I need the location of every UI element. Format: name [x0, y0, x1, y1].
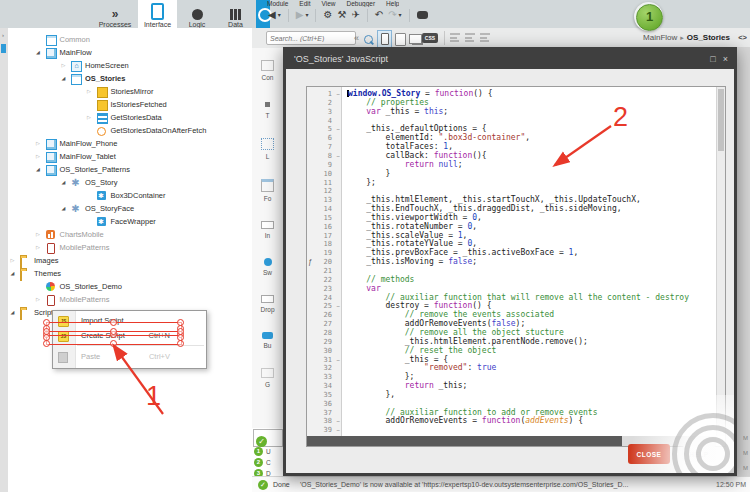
tree-item-storiesmirror[interactable]: ▷StoriesMirror — [8, 85, 252, 98]
collapsed-arrow-icon[interactable]: ▷ — [34, 137, 43, 150]
collapsed-arrow-icon[interactable]: ▷ — [34, 293, 43, 306]
settings-icon[interactable]: ⚙ — [323, 8, 332, 22]
tab-processes[interactable]: »Processes — [92, 0, 138, 30]
fold-toggle-icon[interactable]: − — [336, 90, 340, 99]
expanded-arrow-icon[interactable]: ◢ — [59, 202, 68, 215]
publish-icon[interactable]: ✈ — [351, 8, 359, 22]
tab-logic[interactable]: Logic — [177, 0, 217, 30]
toolbox-item-fo[interactable]: Fo — [252, 179, 283, 202]
fold-toggle-icon[interactable]: − — [336, 152, 340, 161]
undo-icon[interactable]: ↶ — [375, 8, 383, 22]
collapsed-arrow-icon[interactable]: ▷ — [34, 228, 43, 241]
forward-icon[interactable]: ▶ — [296, 8, 304, 22]
tree-item-chartsmobile[interactable]: ▷ChartsMobile — [8, 228, 252, 241]
breadcrumb-current[interactable]: OS_Stories — [687, 33, 730, 42]
fold-toggle-icon[interactable]: − — [336, 356, 340, 365]
search-input[interactable] — [266, 31, 356, 45]
toolbox-item-t[interactable]: T — [252, 100, 283, 119]
toolbox-item-in[interactable]: In — [252, 221, 283, 239]
tab-interface[interactable]: Interface — [138, 0, 177, 30]
menu-module[interactable]: Module — [267, 0, 288, 7]
tree-item-mobilepatterns[interactable]: ▷MobilePatterns — [8, 241, 252, 254]
expanded-arrow-icon[interactable]: ◢ — [34, 163, 43, 176]
tree-item-getstoriesdataonafterfetch[interactable]: GetStoriesDataOnAfterFetch — [8, 124, 252, 137]
fold-toggle-icon[interactable]: − — [336, 426, 340, 435]
toolbox-item-con[interactable]: Con — [252, 60, 283, 81]
tree-item-mainflow_tablet[interactable]: ▷MainFlow_Tablet — [8, 150, 252, 163]
tab-data[interactable]: Data — [217, 0, 254, 30]
preview-zoom-button[interactable] — [362, 31, 375, 47]
menu-view[interactable]: View — [322, 0, 336, 7]
expanded-arrow-icon[interactable]: ◢ — [8, 306, 17, 319]
collapsed-arrow-icon[interactable]: ▷ — [85, 85, 94, 98]
tree-item-homescreen[interactable]: ▷⌂HomeScreen — [8, 59, 252, 72]
help-button[interactable]: HELP — [682, 446, 716, 462]
tree-item-getstoriesdata[interactable]: ▷GetStoriesData — [8, 111, 252, 124]
publish-status-tab[interactable]: ✓ — [253, 429, 283, 447]
code-area[interactable]: window.OS_Story = function() { // proper… — [342, 87, 716, 436]
vertical-scrollbar-thumb[interactable] — [718, 89, 724, 151]
collapsed-arrow-icon[interactable]: ▷ — [34, 241, 43, 254]
tree-item-mainflow_phone[interactable]: ▷MainFlow_Phone — [8, 137, 252, 150]
menu-help[interactable]: Help — [386, 0, 399, 7]
fold-toggle-icon[interactable]: − — [336, 302, 340, 311]
toolbox-item-g[interactable]: G — [252, 368, 283, 388]
tree-item-themes[interactable]: ◢Themes — [8, 267, 252, 280]
tree-item-images[interactable]: ▷Images — [8, 254, 252, 267]
collapsed-arrow-icon[interactable]: ▷ — [59, 59, 68, 72]
code-editor[interactable]: 1−2345−678−91011121314151617181920ƒ21222… — [306, 86, 726, 447]
collapse-panel-icon[interactable]: « — [354, 32, 359, 44]
redo-icon[interactable]: ↷ — [388, 8, 396, 22]
expanded-arrow-icon[interactable]: ◢ — [34, 46, 43, 59]
tree-item-common[interactable]: Common — [8, 33, 252, 46]
expanded-arrow-icon[interactable]: ◢ — [59, 176, 68, 189]
list-icon — [261, 138, 274, 150]
step-number-icon: 1 — [254, 447, 263, 456]
toolbox-item-sw[interactable]: Sw — [252, 258, 283, 276]
align-center-icon[interactable] — [465, 33, 475, 42]
css-editor-button[interactable]: CSS — [422, 33, 438, 43]
fold-toggle-icon[interactable]: − — [336, 125, 340, 134]
breadcrumb-parent[interactable]: MainFlow — [643, 33, 677, 42]
tree-item-os_stories_patterns[interactable]: ◢OS_Stories_Patterns — [8, 163, 252, 176]
close-icon[interactable]: × — [723, 50, 728, 69]
preview-desktop-button[interactable] — [409, 31, 422, 47]
tree-item-os_stories_demo[interactable]: OS_Stories_Demo — [8, 280, 252, 293]
comment-icon[interactable] — [417, 11, 428, 19]
tree-item-mobilepatterns[interactable]: ▷MobilePatterns — [8, 293, 252, 306]
fold-toggle-icon[interactable]: − — [336, 417, 340, 426]
expanded-arrow-icon[interactable]: ◢ — [8, 267, 17, 280]
vertical-scrollbar[interactable] — [716, 87, 725, 436]
connect-icon[interactable]: ⚒ — [337, 8, 346, 22]
maximize-icon[interactable]: □ — [710, 50, 715, 69]
tree-item-box3dcontainer[interactable]: ✱Box3DContainer — [8, 189, 252, 202]
toolbox-item-bu[interactable]: Bu — [252, 332, 283, 349]
align-left-icon[interactable] — [450, 33, 460, 42]
collapsed-arrow-icon[interactable]: ▷ — [34, 150, 43, 163]
redo-dropdown-icon[interactable]: ▾ — [399, 8, 402, 22]
align-right-icon[interactable] — [480, 33, 490, 42]
tree-item-facewrapper[interactable]: ✱FaceWrapper — [8, 215, 252, 228]
status-message[interactable]: 'OS_Stories_Demo' is now available at 'h… — [300, 481, 628, 488]
horizontal-scrollbar-thumb[interactable] — [307, 436, 622, 446]
collapsed-arrow-icon[interactable]: ▷ — [85, 111, 94, 124]
tree-item-os_story[interactable]: ◢✱OS_Story — [8, 176, 252, 189]
toolbox-item-drop[interactable]: Drop — [252, 295, 283, 313]
tree-item-mainflow[interactable]: ◢MainFlow — [8, 46, 252, 59]
preview-phone-button[interactable] — [377, 30, 392, 48]
dialog-title-bar[interactable]: 'OS_Stories' JavaScript □ × — [286, 50, 734, 69]
tree-item-os_stories[interactable]: ◢OS_Stories — [8, 72, 252, 85]
preview-tablet-button[interactable] — [394, 31, 407, 47]
toolbox-item-l[interactable]: L — [252, 138, 283, 160]
tree-item-os_storyface[interactable]: ◢✱OS_StoryFace — [8, 202, 252, 215]
tree-item-isstoriesfetched[interactable]: IsStoriesFetched — [8, 98, 252, 111]
menu-edit[interactable]: Edit — [299, 0, 310, 7]
code-view-toggle[interactable]: <> — [738, 33, 747, 42]
forward-dropdown-icon[interactable]: ▾ — [305, 8, 308, 22]
collapsed-arrow-icon[interactable]: ▷ — [8, 254, 17, 267]
back-dropdown-icon[interactable]: ▾ — [278, 8, 281, 22]
close-button[interactable]: CLOSE — [628, 444, 670, 464]
menu-debugger[interactable]: Debugger — [347, 0, 376, 7]
expanded-arrow-icon[interactable]: ◢ — [59, 72, 68, 85]
back-icon[interactable]: ◀ — [268, 8, 276, 22]
